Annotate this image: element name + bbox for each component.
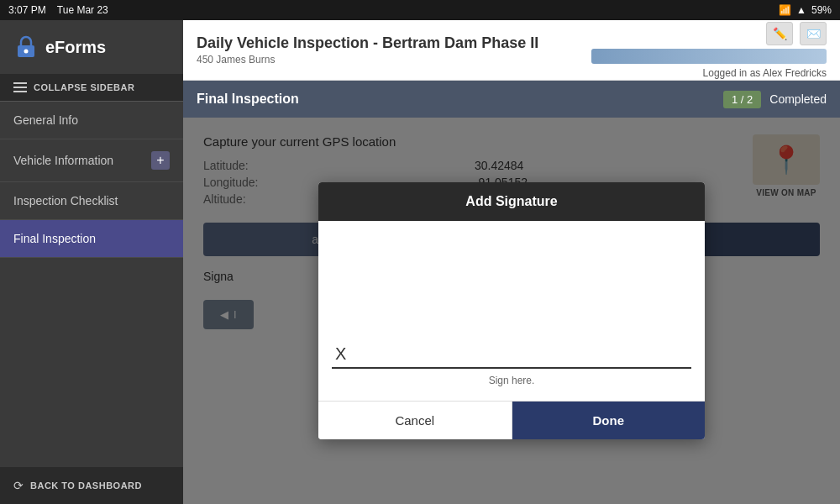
header-actions: ✏️ ✉️ Logged in as Alex Fredricks — [591, 22, 827, 79]
modal-overlay[interactable]: Add Signature X Sign here. — [183, 118, 840, 504]
content-area: Capture your current GPS location Latitu… — [183, 118, 840, 504]
nav-label-general-info: General Info — [13, 113, 78, 127]
battery-text: 59% — [811, 4, 832, 16]
status-bar: 3:07 PM Tue Mar 23 📶 ▲ 59% — [0, 0, 840, 20]
signature-canvas[interactable] — [332, 234, 691, 360]
signature-x-mark: X — [335, 344, 346, 364]
signal-icon: ▲ — [796, 4, 806, 16]
lock-icon — [13, 34, 39, 60]
header-progress-bar — [591, 49, 827, 64]
page-header: Final Inspection 1 / 2 Completed — [183, 81, 840, 118]
add-signature-modal: Add Signature X Sign here. — [318, 182, 705, 439]
done-button[interactable]: Done — [512, 402, 706, 439]
nav-label-vehicle-information: Vehicle Information — [13, 154, 113, 167]
app-container: eForms COLLAPSE SIDEBAR General Info Veh… — [0, 20, 840, 504]
modal-title: Add Signature — [465, 194, 557, 208]
form-title: Daily Vehicle Inspection - Bertram Dam P… — [197, 34, 538, 52]
modal-body: X Sign here. — [318, 221, 705, 401]
logo-text: eForms — [45, 38, 106, 57]
modal-footer: Cancel Done — [318, 401, 705, 439]
logged-in-text: Logged in as Alex Fredricks — [703, 67, 827, 79]
hamburger-icon — [13, 82, 27, 92]
dashboard-icon: ⟳ — [13, 479, 24, 492]
modal-header: Add Signature — [318, 182, 705, 221]
collapse-sidebar-button[interactable]: COLLAPSE SIDEBAR — [0, 74, 183, 102]
vehicle-info-add-button[interactable]: + — [151, 151, 170, 170]
nav-label-inspection-checklist: Inspection Checklist — [13, 194, 118, 207]
dashboard-label: BACK TO DASHBOARD — [30, 480, 142, 491]
sidebar: eForms COLLAPSE SIDEBAR General Info Veh… — [0, 20, 183, 504]
sidebar-nav: General Info Vehicle Information + Inspe… — [0, 102, 183, 467]
collapse-label: COLLAPSE SIDEBAR — [34, 82, 134, 92]
app-header: Daily Vehicle Inspection - Bertram Dam P… — [183, 20, 840, 81]
status-time-date: 3:07 PM Tue Mar 23 — [8, 4, 108, 16]
sidebar-item-general-info[interactable]: General Info — [0, 102, 183, 139]
sign-here-text: Sign here. — [489, 375, 535, 386]
status-time: 3:07 PM — [8, 4, 46, 16]
sidebar-item-final-inspection[interactable]: Final Inspection — [0, 220, 183, 258]
form-subtitle: 450 James Burns — [197, 54, 538, 66]
page-header-right: 1 / 2 Completed — [723, 91, 827, 108]
status-date: Tue Mar 23 — [57, 4, 108, 16]
sidebar-item-vehicle-information[interactable]: Vehicle Information + — [0, 139, 183, 182]
wifi-icon: 📶 — [779, 4, 791, 16]
mail-icon-button[interactable]: ✉️ — [800, 22, 827, 45]
cancel-button[interactable]: Cancel — [318, 402, 512, 439]
svg-point-1 — [24, 50, 29, 54]
back-to-dashboard-button[interactable]: ⟳ BACK TO DASHBOARD — [0, 467, 183, 504]
sidebar-logo: eForms — [0, 20, 183, 74]
page-badge: 1 / 2 — [723, 91, 761, 108]
nav-label-final-inspection: Final Inspection — [13, 232, 96, 245]
signature-line: Sign here. — [332, 367, 691, 387]
edit-icon-button[interactable]: ✏️ — [766, 22, 793, 45]
header-icon-row: ✏️ ✉️ — [766, 22, 827, 45]
page-status: Completed — [769, 92, 827, 106]
status-icons: 📶 ▲ 59% — [779, 4, 832, 16]
main-content: Daily Vehicle Inspection - Bertram Dam P… — [183, 20, 840, 504]
sidebar-item-inspection-checklist[interactable]: Inspection Checklist — [0, 182, 183, 220]
header-title-area: Daily Vehicle Inspection - Bertram Dam P… — [197, 34, 538, 66]
page-title: Final Inspection — [197, 92, 299, 107]
